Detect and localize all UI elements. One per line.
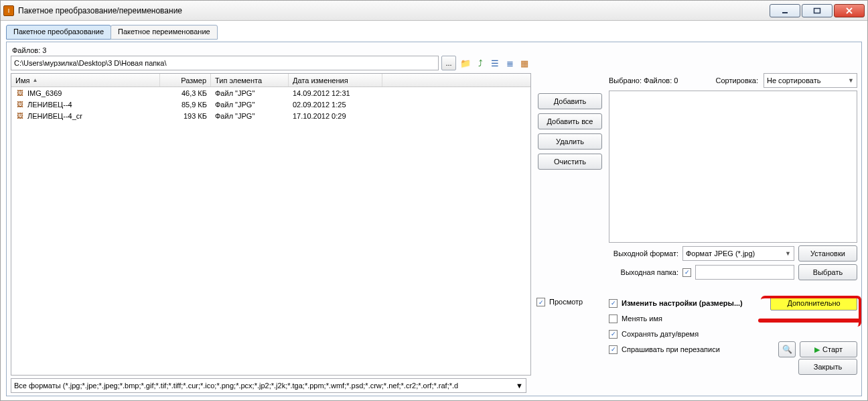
change-settings-label: Изменить настройки (размеры...) (622, 299, 743, 307)
ask-overwrite-label: Спрашивать при перезаписи (622, 345, 720, 353)
column-name[interactable]: Имя ▲ (11, 74, 160, 87)
selection-status-row: Выбрано: Файлов: 0 Сортировка: Не сортир… (609, 73, 857, 88)
options-block: Изменить настройки (размеры...) Дополнит… (609, 296, 857, 376)
client-area: Пакетное преобразование Пакетное переиме… (1, 21, 867, 400)
action-button-stack: Добавить Добавить все Удалить Очистить (536, 73, 603, 294)
folder-icon[interactable]: 📁 (459, 56, 472, 70)
file-type-filter-text: Все форматы (*.jpg;*.jpe;*.jpeg;*.bmp;*.… (14, 382, 458, 390)
view-details-icon[interactable]: ☰ (488, 56, 502, 70)
sort-label: Сортировка: (716, 76, 758, 84)
tab-batch-rename[interactable]: Пакетное переименование (111, 25, 218, 40)
clear-button[interactable]: Очистить (538, 154, 602, 170)
keep-date-line: Сохранять дату/время (609, 327, 857, 341)
path-browse-button[interactable]: ... (441, 56, 456, 70)
output-folder-row: Выходная папка: Выбрать (609, 264, 857, 280)
preview-label: Просмотр (549, 298, 583, 306)
preview-checkbox[interactable] (536, 298, 545, 306)
start-button-label: Старт (822, 345, 843, 353)
play-icon: ▶ (814, 345, 820, 354)
path-input[interactable] (11, 56, 439, 70)
path-row: ... 📁 ⤴ ☰ ≣ ▦ (11, 56, 531, 70)
output-folder-browse-button[interactable]: Выбрать (798, 264, 857, 280)
sort-select-value: Не сортировать (767, 76, 821, 84)
svg-rect-1 (814, 8, 820, 13)
output-format-value: Формат JPEG (*.jpg) (686, 249, 755, 257)
file-table-body[interactable]: 🖼IMG_6369 46,3 КБ Файл "JPG" 14.09.2012 … (11, 87, 530, 375)
file-name: ЛЕНИВЕЦ--4_cr (27, 112, 82, 120)
file-size: 46,3 КБ (160, 88, 211, 99)
file-icon: 🖼 (15, 100, 25, 109)
sort-ascending-icon: ▲ (32, 77, 38, 83)
footer-close-row: Закрыть (609, 358, 857, 376)
tabs: Пакетное преобразование Пакетное переиме… (6, 25, 862, 40)
output-format-select[interactable]: Формат JPEG (*.jpg) ▼ (682, 246, 794, 261)
ask-overwrite-checkbox[interactable] (609, 345, 618, 354)
close-dialog-button[interactable]: Закрыть (798, 359, 857, 375)
minimize-button[interactable] (770, 4, 800, 17)
column-spacer (382, 74, 530, 87)
left-pane: ... 📁 ⤴ ☰ ≣ ▦ Имя ▲ (11, 56, 531, 376)
table-row[interactable]: 🖼ЛЕНИВЕЦ--4 85,9 КБ Файл "JPG" 02.09.201… (11, 99, 530, 110)
file-date: 14.09.2012 12:31 (289, 88, 382, 99)
file-date: 17.10.2012 0:29 (289, 111, 382, 121)
column-name-label: Имя (15, 76, 29, 84)
selected-count-label: Выбрано: Файлов: 0 (609, 76, 678, 84)
column-date[interactable]: Дата изменения (289, 74, 382, 87)
start-button[interactable]: ▶ Старт (800, 341, 857, 357)
file-size: 85,9 КБ (160, 99, 211, 110)
format-settings-button[interactable]: Установки (798, 245, 857, 262)
delete-button[interactable]: Удалить (538, 133, 602, 150)
maximize-button[interactable] (802, 4, 833, 17)
close-button[interactable] (834, 4, 865, 17)
file-icon: 🖼 (15, 89, 25, 98)
table-row[interactable]: 🖼ЛЕНИВЕЦ--4_cr 193 КБ Файл "JPG" 17.10.2… (11, 110, 530, 121)
titlebar: I Пакетное преобразование/переименование (1, 1, 867, 21)
add-button[interactable]: Добавить (538, 93, 602, 109)
rename-label: Менять имя (622, 314, 662, 323)
keep-date-label: Сохранять дату/время (622, 330, 699, 338)
window-controls (768, 4, 865, 17)
selected-sort-row (536, 56, 857, 70)
keep-date-checkbox[interactable] (609, 330, 618, 339)
svg-rect-0 (782, 12, 788, 13)
change-settings-checkbox[interactable] (609, 299, 618, 308)
two-column-layout: ... 📁 ⤴ ☰ ≣ ▦ Имя ▲ (11, 56, 857, 376)
add-all-button[interactable]: Добавить все (538, 113, 602, 129)
sort-select[interactable]: Не сортировать ▼ (764, 73, 857, 88)
column-size[interactable]: Размер (160, 74, 211, 87)
view-toolbar: 📁 ⤴ ☰ ≣ ▦ (459, 56, 531, 70)
right-pane: Добавить Добавить все Удалить Очистить В… (536, 56, 857, 376)
file-type: Файл "JPG" (211, 111, 289, 121)
output-format-label: Выходной формат: (609, 249, 678, 257)
preview-window-button[interactable]: 🔍 (778, 341, 796, 357)
change-settings-line: Изменить настройки (размеры...) Дополнит… (609, 296, 857, 310)
rename-checkbox[interactable] (609, 314, 618, 323)
file-icon: 🖼 (15, 111, 25, 121)
file-name: ЛЕНИВЕЦ--4 (27, 101, 72, 109)
chevron-down-icon: ▼ (785, 250, 791, 257)
tab-batch-convert[interactable]: Пакетное преобразование (6, 25, 111, 40)
view-list-icon[interactable]: ≣ (503, 56, 516, 70)
chevron-down-icon: ▼ (516, 382, 523, 390)
view-thumbnails-icon[interactable]: ▦ (518, 56, 531, 70)
advanced-button[interactable]: Дополнительно (770, 296, 857, 310)
file-table: Имя ▲ Размер Тип элемента Дата изменения… (11, 73, 531, 376)
file-size: 193 КБ (160, 111, 211, 121)
file-type-filter[interactable]: Все форматы (*.jpg;*.jpe;*.jpeg;*.bmp;*.… (11, 378, 526, 393)
folder-up-icon[interactable]: ⤴ (474, 56, 487, 70)
table-row[interactable]: 🖼IMG_6369 46,3 КБ Файл "JPG" 14.09.2012 … (11, 87, 530, 99)
output-folder-input[interactable] (695, 265, 794, 280)
file-name: IMG_6369 (27, 89, 62, 97)
ask-overwrite-line: Спрашивать при перезаписи 🔍 ▶ Старт (609, 343, 857, 356)
selected-files-list[interactable] (609, 91, 857, 243)
chevron-down-icon: ▼ (848, 77, 854, 84)
use-output-folder-checkbox[interactable] (682, 268, 691, 277)
output-format-row: Выходной формат: Формат JPEG (*.jpg) ▼ У… (609, 245, 857, 262)
advanced-wrap: Дополнительно (770, 296, 857, 310)
tab-body: Файлов: 3 ... 📁 ⤴ ☰ ≣ ▦ (6, 42, 862, 396)
file-type: Файл "JPG" (211, 88, 289, 99)
window: I Пакетное преобразование/переименование… (0, 0, 868, 401)
file-date: 02.09.2012 1:25 (289, 99, 382, 110)
column-type[interactable]: Тип элемента (211, 74, 289, 87)
preview-toggle: Просмотр (536, 296, 603, 376)
